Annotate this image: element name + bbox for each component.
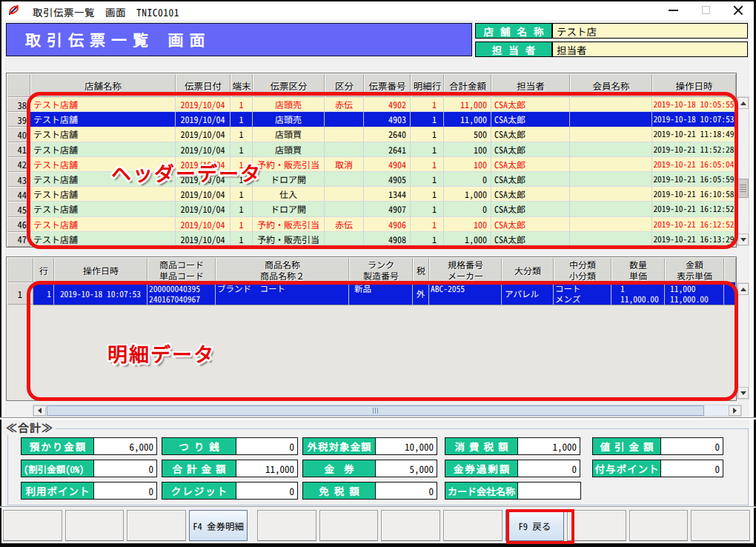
- separator-groove: [0, 417, 756, 420]
- scroll-down-icon[interactable]: [737, 387, 749, 399]
- annotation-header-data: ヘッダーデータ: [111, 158, 262, 187]
- detail-table-vertical-scrollbar[interactable]: [737, 282, 749, 400]
- fkey-button-empty[interactable]: [127, 510, 186, 541]
- column-header-line2: 製造番号: [363, 270, 399, 281]
- column-header[interactable]: 操作日時: [54, 257, 147, 282]
- fkey-button-empty[interactable]: [257, 510, 316, 541]
- total-field-label: 合計金額: [162, 460, 236, 477]
- total-field-value[interactable]: [517, 482, 581, 500]
- clerk-value[interactable]: 担当者: [552, 42, 748, 57]
- close-icon: [733, 5, 743, 16]
- column-header[interactable]: 金額表示単価: [665, 257, 724, 282]
- column-header[interactable]: 大分類: [502, 257, 554, 282]
- total-field-label: 消費税額: [445, 437, 517, 455]
- total-field-label: 付与ポイント: [592, 460, 660, 477]
- total-field-value[interactable]: 0: [375, 482, 437, 500]
- column-header-line1: 操作日時: [83, 265, 119, 276]
- column-header-line1: 商品コード: [159, 259, 204, 270]
- fkey-button-empty[interactable]: [3, 510, 62, 541]
- fkey-button-empty[interactable]: [65, 510, 125, 541]
- detail-table-horizontal-scrollbar[interactable]: [33, 405, 742, 417]
- total-field-value[interactable]: 11,000: [236, 460, 298, 477]
- totals-title: ≪合計≫: [4, 420, 56, 435]
- total-field-value[interactable]: 1,000: [517, 437, 580, 455]
- column-header[interactable]: ランク製造番号: [349, 257, 413, 282]
- total-field-label: (割引金額(0%): [21, 460, 93, 477]
- column-header-line2: 小分類: [569, 270, 596, 281]
- scrollbar-thumb[interactable]: [47, 405, 704, 416]
- function-key-bar: F4 金券明細F9 戻る: [3, 510, 753, 541]
- total-field-value[interactable]: 0: [660, 460, 723, 477]
- column-header-extra: [724, 257, 736, 282]
- column-header-line1: 行: [39, 265, 48, 276]
- column-header-line1: 大分類: [514, 265, 541, 276]
- column-header-line1: 商品名称: [265, 259, 300, 270]
- app-logo-icon: [7, 4, 20, 16]
- close-button[interactable]: [727, 3, 749, 17]
- slip-table-vertical-scrollbar[interactable]: [737, 96, 749, 246]
- total-field-label: つり銭: [162, 437, 236, 455]
- column-header-line1: 中分類: [569, 259, 596, 270]
- total-field-label: 値引金額: [592, 437, 660, 455]
- column-header[interactable]: 行: [33, 257, 54, 282]
- column-header-line1: ランク: [368, 259, 394, 270]
- column-header[interactable]: 数量単価: [611, 257, 665, 282]
- fkey-button-empty[interactable]: [567, 510, 626, 541]
- column-header-line1: 数量: [629, 259, 647, 270]
- store-name-value[interactable]: テスト店: [552, 23, 748, 39]
- total-field-value[interactable]: 5,000: [375, 460, 437, 477]
- total-field-label: 預かり金額: [21, 437, 93, 455]
- column-header[interactable]: 規格番号メーカー: [429, 257, 502, 282]
- window-border-left-highlight: [1, 21, 4, 543]
- scroll-up-icon[interactable]: [737, 283, 749, 295]
- scroll-down-icon[interactable]: [737, 233, 749, 245]
- total-field-label: カード会社名称: [445, 482, 517, 500]
- total-field-label: 免税額: [302, 482, 375, 500]
- minimize-icon: [669, 10, 678, 11]
- total-field-value[interactable]: 0: [236, 437, 298, 455]
- total-field-label: 金券: [302, 460, 375, 477]
- scroll-left-icon[interactable]: [33, 405, 46, 416]
- application-window: 取引伝票一覧 画面 TNIC0101 取引伝票一覧 画面 店舗名称 テスト店 担…: [0, 0, 756, 547]
- total-field-value[interactable]: 0: [517, 460, 580, 477]
- window-title: 取引伝票一覧 画面 TNIC0101: [33, 4, 179, 19]
- total-field-value[interactable]: 0: [660, 437, 723, 455]
- column-header-line1: 規格番号: [448, 259, 483, 270]
- minimize-button[interactable]: [662, 3, 684, 17]
- page-title-banner: 取引伝票一覧 画面: [6, 23, 472, 56]
- maximize-button[interactable]: [694, 3, 717, 17]
- fkey-button-empty[interactable]: [691, 510, 750, 541]
- annotation-rect-f9: [506, 509, 574, 544]
- fkey-button-empty[interactable]: [319, 510, 379, 541]
- fkey-button-empty[interactable]: [629, 510, 689, 541]
- fkey-button-empty[interactable]: [443, 510, 503, 541]
- total-field-label: 外税対象金額: [302, 437, 375, 455]
- fkey-button-empty[interactable]: [381, 510, 440, 541]
- column-header[interactable]: 中分類小分類: [554, 257, 611, 282]
- column-header[interactable]: 商品名称商品名称２: [216, 257, 349, 282]
- total-field-value[interactable]: 6,000: [93, 437, 157, 455]
- column-header[interactable]: 商品コード単品コード: [147, 257, 216, 282]
- fkey-button-f4[interactable]: F4 金券明細: [189, 510, 248, 541]
- annotation-detail-data: 明細データ: [107, 339, 215, 368]
- total-field-value[interactable]: 10,000: [375, 437, 437, 455]
- column-header-line2: 表示単価: [677, 270, 712, 281]
- total-field-value[interactable]: 0: [93, 460, 157, 477]
- scrollbar-thumb[interactable]: [737, 179, 749, 198]
- clerk-label: 担当者: [475, 42, 552, 57]
- scroll-up-icon[interactable]: [737, 97, 749, 109]
- total-field-value[interactable]: 0: [236, 482, 298, 500]
- column-header-corner: [7, 73, 30, 97]
- column-header-corner: [7, 257, 33, 282]
- scroll-right-icon[interactable]: [729, 405, 741, 416]
- column-header-line2: メーカー: [448, 270, 483, 281]
- column-header[interactable]: 税: [413, 257, 429, 282]
- column-header-line1: 税: [417, 265, 425, 276]
- column-header-line2: 単品コード: [159, 270, 204, 281]
- total-field-value[interactable]: 0: [93, 482, 157, 500]
- column-header-line1: 金額: [686, 259, 703, 270]
- store-name-label: 店舗名称: [475, 23, 552, 39]
- total-field-label: 金券過剰額: [445, 460, 517, 477]
- total-field-label: クレジット: [162, 482, 236, 500]
- column-header-line2: 商品名称２: [260, 270, 305, 281]
